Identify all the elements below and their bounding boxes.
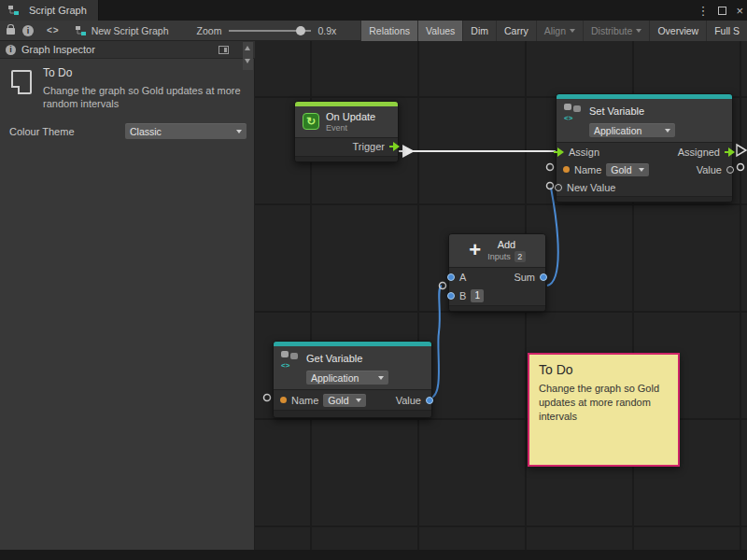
sum-port-icon[interactable]	[540, 273, 547, 281]
set-variable-icon: <>	[564, 104, 583, 119]
node-footer	[557, 196, 732, 202]
toolbar-button-group: Relations Values Dim Carry Align Distrib…	[360, 21, 747, 41]
sticky-note-text: Change the graph so Gold updates at more…	[539, 382, 669, 424]
chevron-down-icon	[236, 130, 242, 133]
port-assigned-outer-icon[interactable]	[737, 145, 746, 156]
tab-script-graph[interactable]: Script Graph	[0, 0, 99, 21]
colour-theme-dropdown[interactable]: Classic	[125, 123, 247, 139]
fullscreen-label: Full S	[714, 25, 740, 36]
zoom-value: 0.9x	[317, 25, 336, 36]
string-type-dot-icon	[280, 397, 287, 403]
b-value-field[interactable]: 1	[471, 289, 484, 302]
carry-button[interactable]: Carry	[496, 21, 536, 41]
window-titlebar: Script Graph ⋮ ×	[0, 0, 747, 21]
chevron-down-icon	[378, 376, 384, 380]
fullscreen-button[interactable]: Full S	[706, 21, 747, 41]
sticky-note[interactable]: To Do Change the graph so Gold updates a…	[528, 353, 680, 467]
get-variable-icon: <>	[281, 351, 300, 367]
port-new-value-outer[interactable]	[547, 183, 554, 189]
info-icon[interactable]: i	[22, 25, 34, 36]
port-value-outer[interactable]	[738, 164, 744, 171]
name-port-label: Name	[291, 395, 318, 406]
assigned-port-label: Assigned	[678, 147, 720, 158]
sticky-note-title: To Do	[539, 362, 669, 377]
zoom-label: Zoom	[197, 25, 222, 36]
value-port-label: Value	[396, 395, 421, 406]
port-getvar-name-outer[interactable]	[264, 395, 271, 401]
node-title: Get Variable	[306, 353, 362, 365]
new-value-port-icon[interactable]	[555, 184, 562, 191]
node-on-update[interactable]: ↻ On Update Event Trigger	[294, 101, 399, 162]
node-footer	[274, 410, 431, 417]
node-footer	[449, 305, 545, 311]
graph-inspector-panel: i Graph Inspector To Do Change the graph…	[0, 41, 255, 550]
node-set-variable[interactable]: <> Set Variable Application Assign Assig…	[556, 93, 733, 203]
chevron-down-icon	[636, 29, 641, 33]
node-get-variable[interactable]: <> Get Variable Application Name Gold	[273, 341, 432, 418]
new-script-graph-label[interactable]: New Script Graph	[92, 25, 169, 36]
maximize-icon[interactable]	[718, 7, 726, 15]
variable-name-dropdown[interactable]: Gold	[323, 394, 366, 407]
inputs-label: Inputs	[487, 252, 511, 261]
variable-name-value: Gold	[611, 164, 631, 175]
zoom-slider-knob[interactable]	[296, 26, 305, 35]
graph-inspector-header: i Graph Inspector	[0, 41, 255, 59]
inspector-todo-text: Change the graph so Gold updates at more…	[43, 84, 243, 111]
a-port-icon[interactable]	[447, 273, 455, 281]
graph-toolbar: i <> New Script Graph Zoom 0.9x Relation…	[0, 21, 747, 41]
node-add[interactable]: + Add Inputs 2 A Sum	[448, 233, 546, 312]
sticky-note-doc-icon	[11, 70, 32, 94]
distribute-button[interactable]: Distribute	[583, 21, 649, 41]
port-name-outer[interactable]	[547, 164, 554, 171]
lock-icon[interactable]	[7, 28, 15, 35]
chevron-down-icon	[665, 129, 670, 133]
value-port-icon[interactable]	[726, 166, 734, 174]
window-controls: ⋮ ×	[697, 0, 743, 21]
close-icon[interactable]: ×	[736, 4, 743, 18]
scroll-up-icon[interactable]	[245, 46, 250, 50]
code-icon[interactable]: <>	[47, 25, 60, 35]
graph-canvas[interactable]: ↻ On Update Event Trigger <	[255, 41, 747, 550]
value-wire-add-to-set	[547, 188, 558, 286]
kebab-menu-icon[interactable]: ⋮	[697, 4, 709, 18]
dim-label: Dim	[471, 25, 488, 36]
port-a-outer[interactable]	[440, 283, 446, 289]
inputs-count[interactable]: 2	[514, 251, 526, 262]
variable-scope-dropdown[interactable]: Application	[589, 123, 675, 137]
dock-panel-icon[interactable]	[218, 46, 229, 54]
graph-inspector-title: Graph Inspector	[21, 44, 95, 55]
on-update-icon: ↻	[303, 113, 319, 130]
new-value-port-label: New Value	[567, 182, 615, 193]
value-port-icon[interactable]	[426, 397, 433, 404]
zoom-slider[interactable]	[229, 25, 311, 36]
sum-port-label: Sum	[514, 272, 535, 283]
values-button[interactable]: Values	[417, 21, 462, 41]
script-graph-icon	[7, 5, 20, 16]
trigger-flow-port-icon[interactable]	[389, 142, 400, 151]
variable-scope-dropdown[interactable]: Application	[306, 371, 388, 385]
assigned-flow-port-icon[interactable]	[725, 147, 735, 157]
relations-label: Relations	[369, 25, 410, 36]
flow-wire-arrow-icon	[402, 145, 415, 158]
tab-label: Script Graph	[29, 5, 87, 16]
window-bottom-edge	[0, 550, 747, 560]
node-title: On Update	[326, 111, 375, 123]
b-port-icon[interactable]	[447, 292, 455, 300]
node-subtitle: Event	[326, 123, 375, 133]
a-port-label: A	[459, 272, 466, 283]
node-title: Add	[487, 239, 526, 251]
scope-value: Application	[311, 372, 359, 384]
chevron-down-icon	[639, 168, 644, 172]
relations-button[interactable]: Relations	[360, 21, 417, 41]
values-label: Values	[426, 25, 455, 36]
align-button[interactable]: Align	[536, 21, 583, 41]
overview-button[interactable]: Overview	[649, 21, 706, 41]
dim-button[interactable]: Dim	[462, 21, 496, 41]
scope-value: Application	[594, 125, 641, 136]
name-port-label: Name	[574, 164, 601, 175]
colour-theme-label: Colour Theme	[9, 126, 75, 137]
assign-flow-port-icon[interactable]	[554, 147, 564, 157]
variable-name-dropdown[interactable]: Gold	[606, 163, 649, 176]
assign-port-label: Assign	[569, 147, 599, 158]
trigger-port-label: Trigger	[353, 141, 385, 152]
